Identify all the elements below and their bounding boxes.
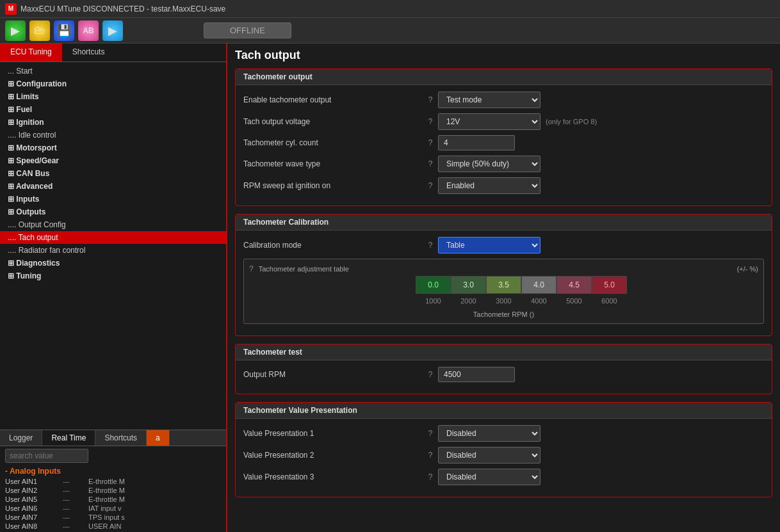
section-tachometer-calibration: Tachometer Calibration Calibration mode …	[235, 214, 772, 336]
form-label-2: Value Presentation 3	[243, 472, 423, 481]
tab-shortcuts-bottom[interactable]: Shortcuts	[95, 430, 147, 446]
tab-indicator[interactable]: a	[147, 430, 170, 446]
form-help-2[interactable]: ?	[423, 138, 438, 147]
form-control-0	[438, 367, 764, 382]
calibration-values-row: 0.03.03.54.04.55.0	[380, 276, 627, 294]
analog-desc: E-throttle M	[88, 496, 125, 503]
content-area: Tach output Tachometer output Enable tac…	[227, 44, 780, 532]
sidebar-item-motorsport[interactable]: ⊞ Motorsport	[0, 141, 226, 154]
select-1[interactable]: 5V12V	[438, 113, 540, 130]
sidebar-item-radiator-fan[interactable]: .... Radiator fan control	[0, 244, 226, 257]
sidebar-item-start[interactable]: ... Start	[0, 65, 226, 77]
form-control-2	[438, 135, 764, 150]
adjustment-table-help[interactable]: ?	[249, 264, 254, 273]
form-help-4[interactable]: ?	[423, 181, 438, 190]
sidebar-item-outputs[interactable]: ⊞ Outputs	[0, 206, 226, 218]
analog-row: User AIN2 --- E-throttle M	[0, 486, 226, 495]
play-button[interactable]: ▶	[102, 20, 123, 41]
tab-logger[interactable]: Logger	[0, 430, 42, 446]
analog-desc: TPS input s	[88, 513, 125, 521]
page-title: Tach output	[235, 49, 772, 62]
calib-value-cell-5[interactable]: 5.0	[592, 276, 627, 294]
form-help-0[interactable]: ?	[423, 370, 438, 379]
form-label-0: Value Presentation 1	[243, 429, 423, 438]
folder-icon: 🗁	[34, 24, 45, 37]
sidebar-item-tach-output[interactable]: .... Tach output	[0, 231, 226, 244]
app-icon: M	[5, 3, 17, 15]
adjustment-table-wrapper: ? Tachometer adjustment table (+/- %) 0.…	[243, 259, 764, 324]
form-label-1: Tach output voltage	[243, 117, 423, 126]
calibration-mode-select[interactable]: Off Single value Table	[438, 237, 540, 254]
sidebar-item-tuning[interactable]: ⊞ Tuning	[0, 270, 226, 282]
select-2[interactable]: Disabled	[438, 469, 540, 485]
calibration-mode-help[interactable]: ?	[423, 241, 438, 250]
calib-rpm-cell-5: 6000	[592, 294, 627, 308]
edit-button[interactable]: AB	[78, 20, 99, 41]
input-2[interactable]	[438, 135, 515, 150]
section-tachometer-output: Tachometer output Enable tachometer outp…	[235, 69, 772, 206]
section-header-calibration: Tachometer Calibration	[236, 214, 772, 230]
calib-value-cell-4[interactable]: 4.5	[557, 276, 592, 294]
select-1[interactable]: Disabled	[438, 447, 540, 463]
tab-realtime[interactable]: Real Time	[42, 430, 95, 446]
calib-spacer	[380, 276, 416, 294]
sidebar-item-idle-control[interactable]: .... Idle control	[0, 129, 226, 141]
form-help-0[interactable]: ?	[423, 95, 438, 104]
search-input[interactable]	[5, 449, 88, 463]
form-help-2[interactable]: ?	[423, 472, 438, 481]
analog-section-header: - Analog Inputs	[0, 465, 226, 477]
calib-value-cell-0[interactable]: 0.0	[416, 276, 451, 294]
tab-ecu-tuning[interactable]: ECU Tuning	[0, 44, 62, 61]
titlebar: M MaxxECU MTune DISCONNECTED - testar.Ma…	[0, 0, 780, 18]
save-button[interactable]: 💾	[54, 20, 74, 41]
form-label-4: RPM sweep at ignition on	[243, 181, 423, 190]
form-help-3[interactable]: ?	[423, 159, 438, 168]
select-4[interactable]: DisabledEnabled	[438, 177, 540, 194]
bottom-panel: Logger Real Time Shortcuts a - Analog In…	[0, 430, 226, 532]
connect-button[interactable]: ▶	[5, 20, 26, 41]
calibration-grid: 0.03.03.54.04.55.0 100020003000400050006…	[249, 276, 758, 308]
form-help-1[interactable]: ?	[423, 117, 438, 126]
sidebar-item-diagnostics[interactable]: ⊞ Diagnostics	[0, 257, 226, 270]
section-body-calibration: Calibration mode ? Off Single value Tabl…	[236, 230, 772, 335]
bottom-tab-bar: Logger Real Time Shortcuts a	[0, 430, 226, 446]
window-title: MaxxECU MTune DISCONNECTED - testar.Maxx…	[20, 4, 225, 13]
section-header-presentation: Tachometer Value Presentation	[236, 403, 772, 419]
sidebar-item-output-config[interactable]: .... Output Config	[0, 218, 226, 231]
sidebar-item-configuration[interactable]: ⊞ Configuration	[0, 77, 226, 90]
calib-rpm-cell-2: 3000	[486, 294, 521, 308]
form-row-4: RPM sweep at ignition on?DisabledEnabled	[243, 177, 764, 194]
select-3[interactable]: Simple (50% duty)Advanced	[438, 156, 540, 172]
analog-row: User AIN7 --- TPS input s	[0, 513, 226, 522]
calib-value-cell-1[interactable]: 3.0	[451, 276, 486, 294]
sidebar-item-fuel[interactable]: ⊞ Fuel	[0, 103, 226, 116]
input-0[interactable]	[438, 367, 515, 382]
adjustment-table-unit: (+/- %)	[737, 265, 758, 273]
sidebar-item-can-bus[interactable]: ⊞ CAN Bus	[0, 167, 226, 180]
connect-icon: ▶	[11, 24, 20, 38]
tab-shortcuts[interactable]: Shortcuts	[62, 44, 115, 61]
calib-value-cell-3[interactable]: 4.0	[521, 276, 557, 294]
section-body-presentation: Value Presentation 1?DisabledValue Prese…	[236, 419, 772, 497]
sidebar-tree: ... Start⊞ Configuration⊞ Limits⊞ Fuel⊞ …	[0, 62, 226, 430]
sidebar-item-speed-gear[interactable]: ⊞ Speed/Gear	[0, 154, 226, 167]
sidebar-item-inputs[interactable]: ⊞ Inputs	[0, 193, 226, 206]
form-label-3: Tachometer wave type	[243, 159, 423, 168]
form-help-0[interactable]: ?	[423, 429, 438, 438]
calib-value-cell-2[interactable]: 3.5	[486, 276, 521, 294]
analog-row: User AIN8 --- USER AIN	[0, 522, 226, 531]
form-help-1[interactable]: ?	[423, 451, 438, 460]
form-control-0: Disabled	[438, 425, 764, 442]
sidebar-item-ignition[interactable]: ⊞ Ignition	[0, 116, 226, 129]
sidebar-item-advanced[interactable]: ⊞ Advanced	[0, 180, 226, 193]
open-button[interactable]: 🗁	[29, 20, 50, 41]
form-control-1: Disabled	[438, 447, 764, 463]
select-0[interactable]: Disabled	[438, 425, 540, 442]
form-row-1: Value Presentation 2?Disabled	[243, 447, 764, 463]
calib-rpm-cell-4: 5000	[557, 294, 592, 308]
form-row-0: Output RPM?	[243, 367, 764, 382]
sidebar-item-limits[interactable]: ⊞ Limits	[0, 90, 226, 103]
select-0[interactable]: DisabledEnabledTest mode	[438, 92, 540, 108]
analog-inputs-list: User AIN1 --- E-throttle MUser AIN2 --- …	[0, 477, 226, 531]
form-label-0: Enable tachometer output	[243, 95, 423, 104]
